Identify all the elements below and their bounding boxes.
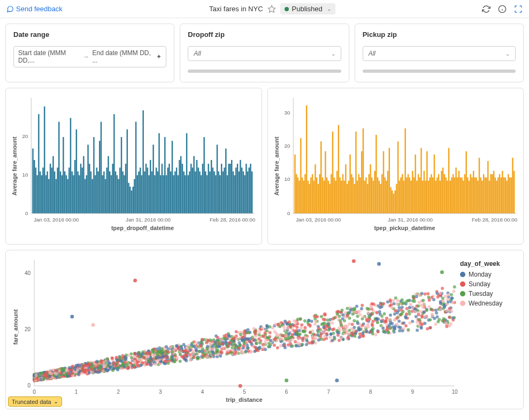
svg-point-1589: [395, 302, 398, 306]
svg-point-2487: [141, 361, 144, 364]
svg-rect-15: [48, 179, 49, 213]
svg-point-2378: [179, 360, 182, 363]
svg-rect-108: [183, 171, 184, 213]
svg-rect-120: [201, 175, 202, 213]
svg-rect-53: [103, 171, 104, 213]
svg-rect-87: [152, 144, 154, 213]
star-icon[interactable]: [267, 5, 276, 13]
svg-rect-98: [168, 164, 170, 213]
svg-point-2115: [407, 299, 410, 302]
svg-point-2474: [322, 331, 325, 334]
filter-scrubber[interactable]: [363, 70, 516, 73]
svg-rect-307: [510, 178, 511, 213]
date-range-input[interactable]: Start date (MMM DD,... → End date (MMM D…: [13, 46, 166, 67]
svg-point-2354: [304, 335, 308, 339]
svg-rect-197: [351, 174, 352, 213]
svg-rect-271: [458, 171, 459, 213]
publish-status-pill[interactable]: Published ⌄: [280, 3, 335, 14]
top-actions: [482, 5, 523, 13]
svg-rect-194: [346, 184, 347, 213]
svg-point-2260: [106, 357, 109, 361]
sparkle-icon[interactable]: ✦: [156, 53, 162, 60]
svg-point-2101: [371, 324, 374, 327]
svg-point-2408: [126, 367, 129, 370]
ytick: 10: [284, 176, 290, 182]
truncated-data-badge[interactable]: Truncated data ⌄: [8, 396, 62, 407]
svg-rect-214: [375, 135, 377, 213]
legend-item[interactable]: Wednesday: [460, 300, 519, 307]
filters-row: Date range Start date (MMM DD,... → End …: [0, 18, 529, 88]
svg-rect-154: [250, 164, 251, 213]
send-feedback-link[interactable]: Send feedback: [6, 5, 63, 13]
pickup-zip-select[interactable]: All ⌄: [363, 46, 516, 61]
svg-rect-5: [34, 160, 35, 213]
svg-point-2201: [137, 351, 141, 354]
svg-point-2252: [90, 365, 93, 369]
svg-rect-76: [137, 175, 138, 213]
svg-rect-276: [465, 151, 466, 213]
legend-item[interactable]: Tuesday: [460, 290, 519, 297]
svg-rect-144: [235, 167, 236, 213]
svg-point-2503: [329, 332, 333, 335]
svg-point-1994: [188, 353, 191, 356]
svg-point-2103: [218, 345, 221, 348]
svg-point-2065: [418, 301, 421, 304]
svg-point-1619: [323, 335, 326, 338]
svg-point-1310: [336, 310, 340, 313]
svg-point-2229: [225, 333, 228, 337]
svg-rect-163: [301, 178, 302, 213]
refresh-icon[interactable]: [482, 5, 490, 13]
svg-point-2204: [125, 354, 128, 357]
svg-point-2357: [112, 362, 116, 365]
svg-point-1559: [450, 310, 453, 313]
svg-rect-250: [427, 181, 428, 213]
fullscreen-icon[interactable]: [514, 5, 523, 13]
chevron-down-icon: ⌄: [505, 51, 510, 57]
svg-point-2485: [42, 377, 45, 380]
svg-point-2445: [99, 361, 103, 364]
svg-rect-229: [397, 141, 398, 213]
svg-point-2511: [206, 339, 210, 342]
svg-rect-187: [336, 171, 337, 213]
svg-point-803: [424, 292, 427, 295]
svg-point-2264: [413, 310, 417, 314]
legend-item[interactable]: Sunday: [460, 280, 519, 288]
svg-point-2508: [434, 309, 438, 312]
svg-rect-65: [121, 137, 122, 213]
svg-point-1650: [452, 289, 455, 293]
svg-rect-218: [381, 174, 382, 213]
svg-point-1068: [393, 318, 396, 322]
svg-point-1656: [370, 306, 373, 309]
svg-point-2166: [420, 323, 424, 326]
svg-point-2507: [157, 356, 160, 360]
svg-rect-291: [487, 161, 488, 213]
legend-item[interactable]: Monday: [460, 271, 519, 278]
svg-point-1173: [250, 342, 254, 346]
svg-rect-284: [477, 181, 478, 213]
svg-rect-200: [355, 132, 356, 213]
svg-rect-160: [297, 178, 298, 213]
filter-scrubber[interactable]: [188, 70, 341, 73]
svg-point-2455: [356, 322, 359, 325]
svg-point-2321: [116, 366, 119, 369]
svg-rect-258: [439, 181, 440, 213]
svg-point-2144: [364, 325, 367, 329]
info-icon[interactable]: [498, 5, 507, 13]
svg-point-1091: [235, 330, 238, 333]
svg-point-2160: [439, 308, 442, 311]
svg-point-2494: [53, 371, 57, 375]
svg-point-2042: [149, 363, 152, 366]
svg-rect-149: [243, 171, 244, 213]
dropoff-zip-select[interactable]: All ⌄: [188, 46, 341, 61]
svg-rect-139: [228, 164, 229, 213]
svg-rect-31: [71, 171, 72, 213]
svg-rect-225: [391, 190, 392, 213]
svg-rect-199: [354, 184, 355, 213]
svg-point-1950: [220, 350, 223, 354]
svg-rect-166: [305, 105, 306, 213]
svg-point-2374: [132, 363, 135, 366]
svg-rect-242: [416, 181, 417, 213]
svg-point-2398: [287, 337, 290, 340]
svg-point-1938: [185, 359, 188, 362]
comment-icon: [6, 5, 14, 13]
